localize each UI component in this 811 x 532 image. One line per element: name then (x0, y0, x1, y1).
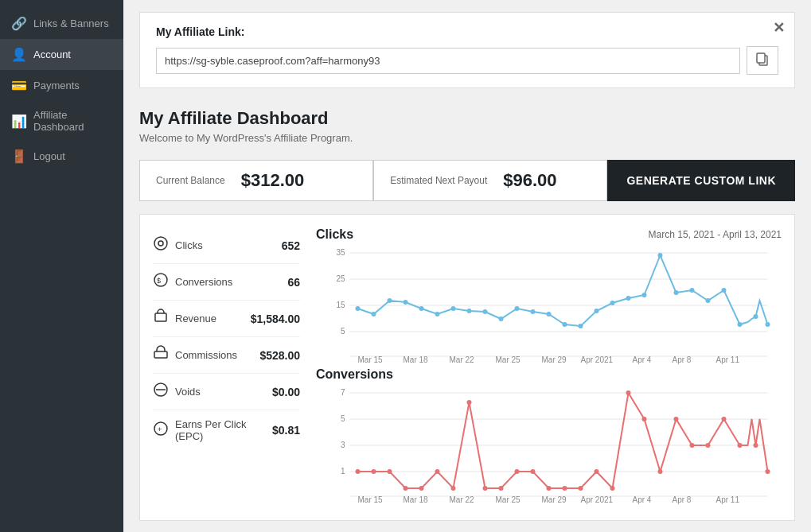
estimated-payout-label: Estimated Next Payout (390, 175, 487, 186)
svg-point-92 (626, 390, 631, 395)
sidebar-item-links-label: Links & Banners (33, 17, 109, 29)
svg-point-84 (499, 486, 504, 491)
svg-point-30 (356, 306, 361, 311)
svg-point-94 (658, 469, 663, 474)
svg-text:25: 25 (336, 274, 345, 283)
svg-point-79 (419, 486, 424, 491)
close-button[interactable]: ✕ (773, 19, 785, 37)
generate-custom-link-button[interactable]: GENERATE CUSTOM LINK (607, 160, 795, 201)
svg-point-81 (451, 486, 456, 491)
svg-point-35 (435, 312, 440, 316)
svg-point-101 (766, 469, 770, 474)
sidebar-item-payments-label: Payments (33, 80, 80, 91)
svg-point-41 (531, 309, 536, 314)
svg-point-45 (595, 309, 599, 313)
svg-point-32 (388, 298, 392, 303)
charts-panel: Clicks March 15, 2021 - April 13, 2021 3… (316, 227, 782, 507)
metric-voids: Voids $0.00 (153, 374, 300, 410)
svg-text:1: 1 (341, 467, 345, 476)
affiliate-link-row (156, 46, 778, 75)
sidebar-item-account-label: Account (33, 49, 71, 60)
svg-point-75 (356, 469, 361, 474)
conversions-chart-header: Conversions (316, 367, 782, 382)
svg-rect-6 (155, 313, 166, 321)
svg-point-88 (563, 486, 567, 491)
account-icon: 👤 (11, 47, 27, 62)
sidebar-item-logout-label: Logout (33, 150, 65, 162)
clicks-chart-title: Clicks (316, 227, 353, 242)
payments-icon: 💳 (11, 78, 27, 93)
svg-point-97 (706, 443, 711, 448)
svg-point-80 (435, 469, 440, 474)
svg-text:Mar 15: Mar 15 (358, 495, 384, 504)
svg-text:Apr 2021: Apr 2021 (581, 495, 614, 504)
chart-area: Clicks 652 $ Conversions 66 Rev (139, 214, 795, 521)
voids-label: Voids (175, 386, 201, 398)
svg-point-50 (674, 290, 679, 295)
affiliate-link-input[interactable] (156, 48, 740, 74)
svg-point-77 (388, 469, 392, 474)
svg-point-86 (531, 469, 536, 474)
svg-text:+: + (158, 425, 162, 433)
svg-point-82 (467, 400, 472, 405)
svg-point-78 (404, 486, 408, 491)
svg-point-36 (451, 306, 456, 311)
svg-text:Mar 15: Mar 15 (358, 355, 384, 364)
sidebar: 🔗 Links & Banners 👤 Account 💳 Payments 📊… (0, 0, 123, 532)
svg-text:Apr 4: Apr 4 (633, 355, 652, 364)
svg-text:Mar 18: Mar 18 (404, 355, 429, 364)
voids-value: $0.00 (272, 386, 300, 398)
svg-text:5: 5 (341, 414, 345, 423)
svg-point-37 (467, 309, 472, 313)
svg-text:Mar 22: Mar 22 (450, 495, 475, 504)
svg-text:Mar 25: Mar 25 (496, 355, 521, 364)
svg-text:Apr 8: Apr 8 (673, 355, 692, 364)
svg-text:Mar 25: Mar 25 (496, 495, 521, 504)
metric-revenue: Revenue $1,584.00 (153, 301, 300, 337)
metric-conversions: $ Conversions 66 (153, 264, 300, 301)
main-content: ✕ My Affiliate Link: My Affiliate Dashbo… (123, 0, 811, 532)
estimated-payout-box: Estimated Next Payout $96.00 (373, 160, 607, 201)
svg-point-96 (690, 443, 695, 448)
current-balance-label: Current Balance (156, 175, 225, 186)
clicks-icon (153, 235, 169, 255)
svg-point-51 (690, 288, 695, 293)
sidebar-item-links-banners[interactable]: 🔗 Links & Banners (0, 8, 123, 39)
metric-clicks: Clicks 652 (153, 227, 300, 264)
dashboard-title: My Affiliate Dashboard (139, 108, 795, 129)
svg-text:Mar 18: Mar 18 (404, 495, 429, 504)
svg-text:$: $ (157, 277, 161, 285)
epc-icon: + (153, 421, 169, 441)
svg-text:15: 15 (336, 301, 345, 309)
svg-text:Mar 22: Mar 22 (450, 355, 475, 364)
svg-point-49 (658, 253, 663, 258)
sidebar-item-account[interactable]: 👤 Account (0, 39, 123, 70)
svg-point-44 (579, 324, 583, 328)
affiliate-link-label: My Affiliate Link: (156, 25, 778, 38)
current-balance-box: Current Balance $312.00 (139, 160, 373, 201)
svg-point-83 (483, 486, 488, 491)
svg-point-42 (547, 312, 552, 316)
metric-epc: + Earns Per Click (EPC) $0.81 (153, 410, 300, 450)
svg-point-34 (419, 306, 424, 311)
clicks-date-range[interactable]: March 15, 2021 - April 13, 2021 (649, 229, 782, 240)
conversions-chart: Conversions 7 5 3 1 Mar 15 Mar 18 (316, 367, 782, 507)
sidebar-item-affiliate-dashboard[interactable]: 📊 Affiliate Dashboard (0, 101, 123, 141)
sidebar-item-payments[interactable]: 💳 Payments (0, 70, 123, 101)
current-balance-value: $312.00 (241, 170, 305, 191)
commissions-icon (153, 345, 169, 365)
sidebar-item-logout[interactable]: 🚪 Logout (0, 141, 123, 172)
svg-point-54 (738, 322, 743, 327)
svg-text:7: 7 (341, 388, 345, 397)
svg-point-46 (610, 301, 615, 305)
copy-icon (755, 52, 770, 66)
logout-icon: 🚪 (11, 149, 27, 164)
svg-point-47 (626, 296, 631, 301)
commissions-label: Commissions (175, 349, 237, 361)
svg-point-100 (754, 443, 758, 448)
svg-text:3: 3 (341, 441, 345, 449)
copy-button[interactable] (747, 46, 778, 75)
clicks-value: 652 (282, 239, 300, 252)
stats-panel: Clicks 652 $ Conversions 66 Rev (153, 227, 300, 507)
svg-rect-7 (154, 351, 167, 358)
